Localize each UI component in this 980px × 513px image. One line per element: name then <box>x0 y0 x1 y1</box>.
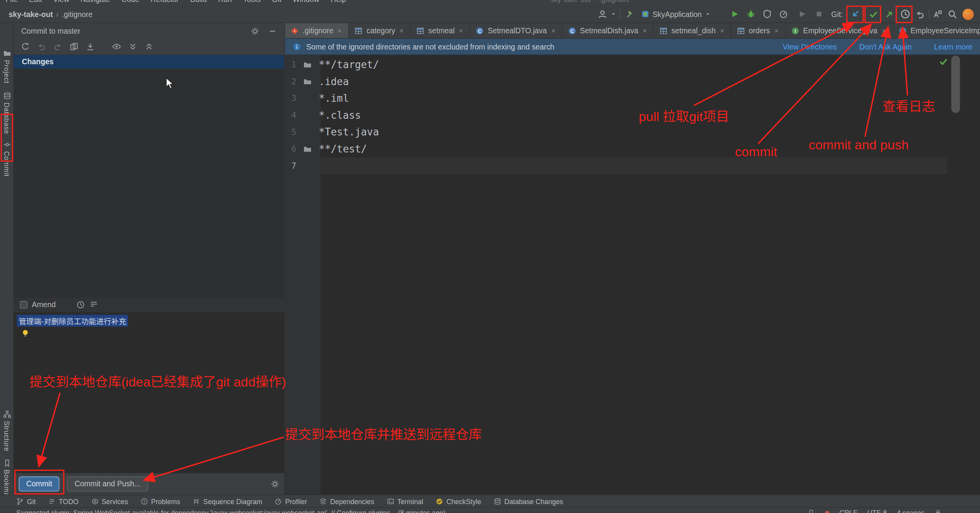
gear-icon[interactable] <box>271 480 280 489</box>
menu-view[interactable]: View <box>48 0 75 4</box>
gear-icon[interactable] <box>251 27 259 36</box>
status-encoding[interactable]: UTF-8 <box>867 509 887 513</box>
tab-setmealdish[interactable]: SetmealDish.java <box>563 23 654 38</box>
coverage-button[interactable] <box>762 5 772 23</box>
show-diff-icon[interactable] <box>69 42 79 51</box>
changes-group-row[interactable]: Changes <box>14 55 285 69</box>
menu-file[interactable]: File <box>0 0 23 4</box>
breadcrumb-file[interactable]: .gitignore <box>62 10 93 19</box>
history-clock-icon[interactable] <box>76 300 85 309</box>
close-icon[interactable] <box>551 28 556 34</box>
banner-link-learn-more[interactable]: Learn more <box>934 42 973 51</box>
menu-edit[interactable]: Edit <box>23 0 47 4</box>
code-line[interactable]: 1 **/target/ <box>285 56 980 73</box>
banner-link-view-directories[interactable]: View Directories <box>783 42 837 51</box>
code-line[interactable]: 3 *.iml <box>285 90 980 107</box>
redo-icon[interactable] <box>53 42 62 51</box>
close-icon[interactable] <box>774 28 779 34</box>
git-commit-button[interactable] <box>868 5 879 23</box>
status-suggestion-text[interactable]: Suggested plugin: Spring WebSocket avail… <box>16 509 446 513</box>
toolbar-item-dependencies[interactable]: Dependencies <box>319 498 374 505</box>
tab-orders[interactable]: orders <box>731 23 786 38</box>
code-line[interactable]: 2 .idea <box>285 73 980 90</box>
rollback-button[interactable] <box>915 5 925 23</box>
commit-button[interactable]: Commit <box>19 477 59 492</box>
menu-window[interactable]: Window <box>287 0 325 4</box>
toolbar-item-problems[interactable]: Problems <box>141 498 180 505</box>
toolbar-item-services[interactable]: Services <box>91 498 128 505</box>
lock-icon[interactable] <box>934 509 942 513</box>
refresh-icon[interactable] <box>21 42 30 51</box>
tab-employeeserviceimpl[interactable]: EmployeeServiceImpl.j <box>893 23 980 38</box>
code-line[interactable]: 6 **/test/ <box>285 140 980 157</box>
tab-category[interactable]: category <box>349 23 411 38</box>
run-button[interactable] <box>730 5 739 23</box>
sidebar-item-project[interactable]: Project <box>0 50 14 84</box>
user-widget[interactable] <box>597 5 616 23</box>
rollback-icon[interactable] <box>37 42 46 51</box>
code-line[interactable]: 7 <box>285 157 980 174</box>
menu-build[interactable]: Build <box>185 0 213 4</box>
breadcrumb-project[interactable]: sky-take-out <box>9 10 53 19</box>
hide-icon[interactable] <box>268 27 277 36</box>
notifications-bell-icon[interactable] <box>807 509 815 513</box>
banner-link-dont-ask[interactable]: Don't Ask Again <box>859 42 911 51</box>
close-icon[interactable] <box>881 28 887 34</box>
expand-all-icon[interactable] <box>128 42 137 51</box>
menu-refactor[interactable]: Refactor <box>145 0 184 4</box>
debug-button[interactable] <box>746 5 755 23</box>
sidebar-item-structure[interactable]: Structure <box>0 410 14 452</box>
tab-setmeal-dish-table[interactable]: setmeal_dish <box>654 23 731 38</box>
toolbar-item-checkstyle[interactable]: CheckStyle <box>436 498 481 505</box>
menu-navigate[interactable]: Navigate <box>75 0 116 4</box>
tab-setmeal[interactable]: setmeal <box>411 23 470 38</box>
status-indent[interactable]: 4 spaces <box>897 509 924 513</box>
changes-tree[interactable] <box>14 69 285 298</box>
menu-tools[interactable]: Tools <box>237 0 266 4</box>
tab-setmealdto[interactable]: SetmealDTO.java <box>470 23 563 38</box>
status-line-ending[interactable]: CRLF <box>839 509 857 513</box>
commit-message-editor[interactable]: 管理端-对删除员工功能进行补充 <box>14 311 285 472</box>
message-history-icon[interactable] <box>89 300 98 309</box>
menu-code[interactable]: Code <box>116 0 145 4</box>
close-icon[interactable] <box>719 28 725 34</box>
editor-scrollbar-thumb[interactable] <box>951 56 960 113</box>
build-button[interactable] <box>625 5 635 23</box>
toolbar-item-sequence-diagram[interactable]: Sequence Diagram <box>193 498 262 505</box>
git-log-button[interactable] <box>900 5 910 23</box>
inspections-ok-check-icon[interactable] <box>939 57 948 66</box>
tab-employeeservice[interactable]: EmployeeService.java <box>786 23 893 38</box>
commit-and-push-button[interactable]: Commit and Push... <box>67 477 148 492</box>
profiler-button[interactable] <box>779 5 788 23</box>
amend-checkbox[interactable] <box>20 301 27 308</box>
toolbar-item-terminal[interactable]: Terminal <box>387 498 424 505</box>
editor-content[interactable]: 1 **/target/ 2 .idea 3 *.iml 4 * <box>285 55 980 494</box>
sidebar-item-commit[interactable]: Commit <box>0 140 14 176</box>
close-icon[interactable] <box>399 28 405 34</box>
close-icon[interactable] <box>337 28 343 34</box>
code-line[interactable]: 4 *.class <box>285 107 980 124</box>
profile-avatar[interactable] <box>963 5 974 23</box>
run-config-selector[interactable]: SkyApplication <box>641 5 711 23</box>
toolbar-item-profiler[interactable]: Profiler <box>275 498 307 505</box>
tab-gitignore[interactable]: .gitignore <box>285 23 349 38</box>
close-icon[interactable] <box>458 28 464 34</box>
stop-button[interactable] <box>815 5 823 23</box>
lightbulb-icon[interactable] <box>21 328 30 338</box>
collapse-all-icon[interactable] <box>144 42 154 51</box>
search-everywhere-button[interactable] <box>947 5 958 23</box>
git-update-button[interactable] <box>850 5 860 23</box>
toolbar-item-database-changes[interactable]: Database Changes <box>494 498 563 505</box>
translate-button[interactable] <box>932 5 942 23</box>
close-icon[interactable] <box>642 28 648 34</box>
preview-eye-icon[interactable] <box>112 42 121 51</box>
toolbar-item-todo[interactable]: TODO <box>48 498 78 505</box>
menu-git[interactable]: Git <box>266 0 287 4</box>
menu-help[interactable]: Help <box>325 0 352 4</box>
code-line[interactable]: 5 *Test.java <box>285 124 980 141</box>
run-disabled-button[interactable] <box>798 5 807 23</box>
sidebar-item-database[interactable]: Database <box>0 92 14 134</box>
toolbar-item-git[interactable]: Git <box>16 498 36 505</box>
menu-run[interactable]: Run <box>213 0 238 4</box>
shelve-icon[interactable] <box>86 42 95 51</box>
